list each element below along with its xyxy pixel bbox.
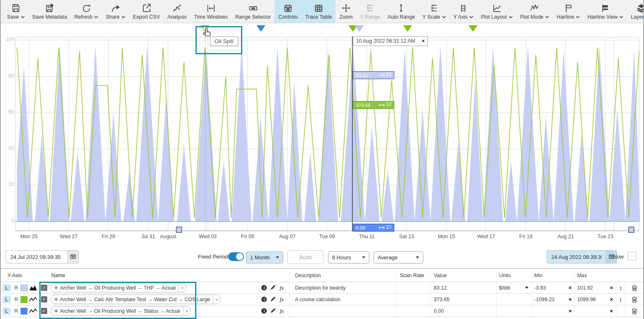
end-datetime-input[interactable] [547, 250, 606, 263]
delete-trace-button[interactable] [625, 294, 643, 305]
right-axis-button[interactable]: R [12, 282, 21, 293]
period-select[interactable]: 1 Month [246, 251, 283, 263]
toolbar-plot-mode-button[interactable]: Plot Mode [516, 0, 553, 23]
main-toolbar: SaveSave MetadataRefreshShareExport CSVA… [1, 0, 643, 23]
right-axis-button[interactable]: R [12, 305, 21, 317]
range-handle[interactable] [176, 227, 182, 232]
function-fx-icon[interactable]: fx [280, 285, 284, 291]
toolbar-save-metadata-button[interactable]: Save Metadata [29, 0, 71, 23]
event-marker[interactable] [469, 26, 477, 31]
toolbar-hairline-view-button[interactable]: Hairline View [584, 0, 627, 23]
event-marker[interactable] [404, 26, 411, 31]
edit-pencil-icon[interactable] [270, 296, 276, 303]
remove-trace-button[interactable]: × [183, 307, 191, 315]
autorange-cell[interactable]: ↕ [616, 294, 625, 305]
remove-trace-button[interactable]: × [213, 295, 220, 304]
plot-style-icon[interactable] [28, 282, 39, 293]
toolbar-label: Range Selector [235, 14, 271, 20]
toolbar-export-csv-button[interactable]: Export CSV [129, 0, 164, 23]
close-icon[interactable]: × [422, 37, 425, 46]
right-axis-button[interactable]: R [12, 294, 21, 305]
toolbar-layers-button[interactable]: Layers [627, 0, 644, 23]
clear-max-button[interactable]: × [610, 296, 613, 302]
function-fx-icon[interactable]: fx [280, 296, 284, 303]
range-handle[interactable] [629, 227, 634, 232]
comment-bubble-icon[interactable] [386, 225, 391, 230]
fixed-period-toggle[interactable] [228, 252, 244, 261]
edit-pencil-icon[interactable] [270, 308, 276, 314]
left-axis-button[interactable]: L [1, 282, 12, 293]
plot-style-icon[interactable] [28, 305, 39, 317]
toolbar-auto-range-button[interactable]: Auto Range [384, 0, 419, 23]
toolbar-y-scale-button[interactable]: Y Scale [419, 0, 450, 23]
trace-name-pill[interactable]: Archer Well → Calc Attr Template Test → … [51, 295, 221, 304]
autorange-cell[interactable]: ↕ [616, 282, 625, 293]
trace-visible-checkbox[interactable]: ✓ [41, 296, 47, 302]
comment-bubble-icon[interactable] [386, 72, 391, 78]
toolbar-refresh-button[interactable]: Refresh [71, 0, 102, 23]
edit-pencil-icon[interactable] [270, 285, 276, 291]
toolbar-trace-table-button[interactable]: Trace Table [301, 0, 336, 23]
plot-style-icon[interactable] [28, 294, 39, 305]
start-calendar-button[interactable] [68, 250, 79, 263]
trace-description: A cosine calculation [290, 294, 395, 305]
resize-arrow-icon[interactable] [378, 73, 385, 78]
toolbar-range-selector-button[interactable]: Range Selector [232, 0, 275, 23]
event-marker[interactable] [356, 26, 363, 31]
trace-scan-rate [396, 305, 431, 317]
aggregate-select[interactable]: Average [374, 251, 423, 263]
range-arrows-icon: ↕ [619, 285, 622, 291]
trace-units[interactable]: $/bbl [497, 282, 532, 293]
event-marker[interactable] [257, 26, 265, 31]
trace-value: 83.12 [430, 282, 497, 293]
info-icon[interactable]: i [261, 297, 267, 302]
hairline-timestamp[interactable]: 10 Aug 2022 06:31:12 AM× [353, 36, 428, 46]
trace-name-pill[interactable]: Archer Well → Oil Producing Well → Statu… [51, 306, 191, 316]
trace-color-swatch[interactable] [21, 282, 28, 293]
info-icon[interactable]: i [261, 308, 267, 314]
clear-max-button[interactable]: × [610, 308, 613, 314]
toolbar-time-windows-button[interactable]: Time Windows [191, 0, 232, 23]
resize-arrow-icon[interactable] [378, 103, 385, 108]
toolbar-plot-layout-button[interactable]: Plot Layout [477, 0, 516, 23]
delete-trace-button[interactable] [625, 282, 643, 293]
toolbar-zoom-button[interactable]: Zoom [335, 0, 356, 23]
toolbar-analysis-button[interactable]: Analysis [164, 0, 191, 23]
clear-min-button[interactable]: × [569, 308, 572, 314]
comment-bubble-icon[interactable] [386, 102, 391, 108]
trace-name-cell: ✓Archer Well → Oil Producing Well → THP … [39, 282, 290, 293]
trace-visible-checkbox[interactable]: ✓ [41, 285, 47, 291]
trend-chart[interactable] [1, 23, 643, 246]
now-checkbox[interactable] [628, 252, 637, 261]
auto-button[interactable]: Auto [287, 250, 323, 264]
left-axis-button[interactable]: L [1, 294, 12, 305]
toolbar-controls-button[interactable]: Controls [275, 0, 301, 23]
interval-select[interactable]: 8 Hours [328, 251, 369, 263]
trace-row: LR✓Archer Well → Oil Producing Well → St… [1, 305, 643, 317]
resize-arrow-icon[interactable] [378, 225, 385, 230]
y-tick-label: 40 [2, 145, 14, 151]
trace-visible-checkbox[interactable]: ✓ [41, 308, 47, 314]
x-tick-label: Wed 27 [60, 234, 77, 239]
toolbar-save-button[interactable]: Save [3, 0, 29, 23]
remove-trace-button[interactable]: × [178, 283, 186, 292]
event-marker[interactable] [349, 26, 357, 31]
clear-min-button[interactable]: × [569, 296, 572, 302]
trace-name-pill[interactable]: Archer Well → Oil Producing Well → THP →… [51, 283, 186, 292]
clear-min-button[interactable]: × [569, 285, 572, 291]
hairline-value-label[interactable]: 373.65 [353, 101, 394, 109]
trace-color-swatch[interactable] [21, 305, 28, 317]
trace-color-swatch[interactable] [21, 294, 28, 305]
hairline-value-label[interactable]: 83.12 [353, 71, 394, 79]
toolbar-share-button[interactable]: Share [102, 0, 129, 23]
trace-name-text: Archer Well → Calc Attr Template Test → … [60, 297, 213, 302]
clear-max-button[interactable]: × [610, 285, 613, 291]
start-datetime-input[interactable] [6, 250, 68, 263]
toolbar-hairline-button[interactable]: Hairline [553, 0, 584, 23]
left-axis-button[interactable]: L [1, 305, 12, 317]
toolbar-y-axis-button[interactable]: Y Axis [450, 0, 478, 23]
info-icon[interactable]: i [261, 285, 267, 290]
hairline-value-label[interactable]: 0.00 [353, 224, 394, 232]
function-fx-icon[interactable]: fx [280, 308, 284, 314]
delete-trace-button[interactable] [625, 305, 643, 317]
